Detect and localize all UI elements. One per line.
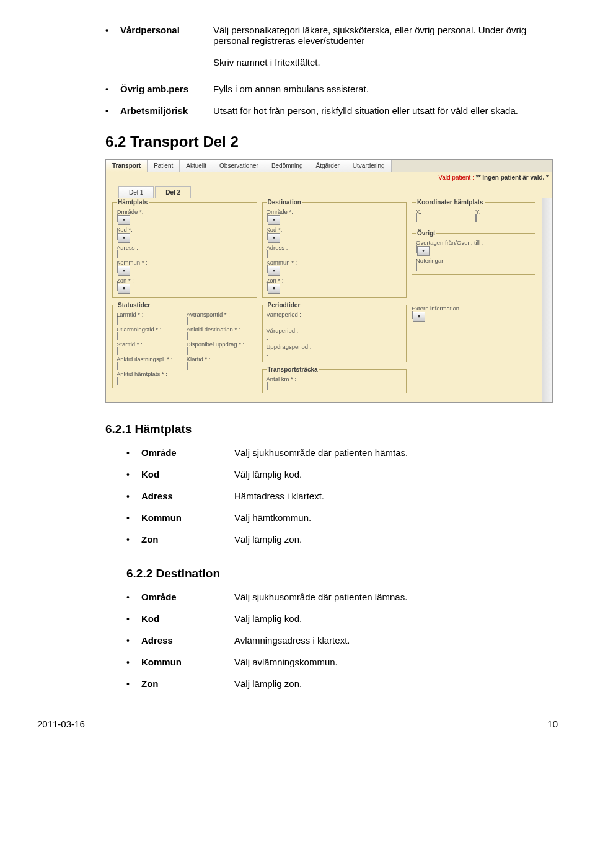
tab-aktuellt[interactable]: Aktuellt bbox=[180, 160, 213, 172]
tab-observationer[interactable]: Observationer bbox=[213, 160, 265, 172]
subtab-del1[interactable]: Del 1 bbox=[118, 186, 154, 198]
main-tabbar: Transport Patient Aktuellt Observationer… bbox=[106, 160, 552, 172]
group-periodtider: Periodtider Vänteperiod : - Vårdperiod :… bbox=[262, 302, 407, 362]
legend-periodtider: Periodtider bbox=[267, 302, 302, 309]
bullet-arbetsmiljorisk: Arbetsmiljörisk Utsatt för hot från pers… bbox=[105, 105, 558, 116]
section-ovrig: Övrig amb.pers Fylls i om annan ambulans… bbox=[105, 84, 558, 116]
bullet-ovrig-amb: Övrig amb.pers Fylls i om annan ambulans… bbox=[105, 84, 558, 94]
section-vardpersonal: Vårdpersonal Välj personalkategori läkar… bbox=[105, 25, 558, 46]
lbl-adress: Adress : bbox=[117, 244, 253, 251]
legend-transportstracka: Transportsträcka bbox=[267, 366, 319, 373]
footer-page: 10 bbox=[547, 719, 558, 729]
group-statustider: Statustider Larmtid * : Avtransporttid *… bbox=[112, 302, 257, 388]
group-transportstracka: Transportsträcka Antal km * : bbox=[262, 366, 407, 393]
dd-zon[interactable]: ▾ bbox=[118, 284, 130, 294]
footer-date: 2011-03-16 bbox=[37, 719, 85, 729]
tab-bedomning[interactable]: Bedömning bbox=[265, 160, 310, 172]
bullet-icon bbox=[126, 678, 141, 689]
inp-x[interactable] bbox=[416, 214, 417, 222]
lbl-zon: Zon * : bbox=[117, 277, 253, 284]
inp-noter[interactable] bbox=[416, 263, 417, 271]
term-desc: Fylls i om annan ambulans assisterat. bbox=[213, 84, 558, 94]
bullet-vardpersonal: Vårdpersonal Välj personalkategori läkar… bbox=[105, 25, 558, 46]
tab-utvardering[interactable]: Utvärdering bbox=[346, 160, 392, 172]
inp-anktidh[interactable] bbox=[117, 377, 118, 385]
group-koordinater: Koordinater hämtplats X: Y: bbox=[412, 199, 536, 226]
lbl-extern: Extern information bbox=[412, 305, 536, 312]
term-label: Vårdpersonal bbox=[120, 25, 213, 35]
bullet-icon bbox=[126, 469, 141, 480]
lbl-kommun: Kommun * : bbox=[117, 259, 253, 266]
bullet-icon bbox=[126, 534, 141, 545]
list-6-2-1: OmrådeVälj sjukhusområde där patienten h… bbox=[126, 447, 558, 545]
group-hamtplats: Hämtplats Område *: ▾ Kod *: ▾ Adress : … bbox=[112, 199, 257, 298]
tab-atgarder[interactable]: Åtgärder bbox=[309, 160, 346, 172]
bullet-icon bbox=[105, 25, 120, 35]
status-label: Vald patient : bbox=[438, 174, 474, 181]
app-screenshot: Transport Patient Aktuellt Observationer… bbox=[105, 159, 553, 403]
group-ovrigt: Övrigt Övertagen från/Överl. till : ▾ No… bbox=[412, 230, 536, 275]
heading-6-2: 6.2 Transport Del 2 bbox=[105, 133, 558, 151]
status-value: ** Ingen patient är vald. * bbox=[476, 174, 549, 181]
term-desc: Välj personalkategori läkare, sjuksköter… bbox=[213, 25, 558, 46]
status-strip: Vald patient : ** Ingen patient är vald.… bbox=[106, 172, 552, 183]
heading-6-2-2: 6.2.2 Destination bbox=[126, 567, 558, 581]
legend-hamtplats: Hämtplats bbox=[117, 199, 149, 206]
subtab-del2[interactable]: Del 2 bbox=[155, 186, 191, 198]
bullet-icon bbox=[126, 635, 141, 646]
inp-antalkm[interactable] bbox=[267, 382, 268, 390]
heading-6-2-1: 6.2.1 Hämtplats bbox=[105, 423, 558, 436]
legend-koord: Koordinater hämtplats bbox=[416, 199, 485, 206]
freetext-note: Skriv namnet i fritextfältet. bbox=[213, 57, 558, 68]
term-label: Övrig amb.pers bbox=[120, 84, 213, 94]
group-destination: Destination Område *: ▾ Kod *: ▾ Adress … bbox=[262, 199, 407, 298]
bullet-icon bbox=[126, 613, 141, 624]
list-6-2-2: OmrådeVälj sjukhusområde där patienten l… bbox=[126, 592, 558, 689]
tab-transport[interactable]: Transport bbox=[106, 160, 148, 172]
dd-kod[interactable]: ▾ bbox=[118, 233, 130, 243]
sub-tabbar: Del 1 Del 2 bbox=[106, 183, 552, 198]
term-label: Arbetsmiljörisk bbox=[120, 105, 213, 116]
page-footer: 2011-03-16 10 bbox=[37, 719, 558, 729]
bullet-icon bbox=[126, 592, 141, 602]
dd-omrade[interactable]: ▾ bbox=[118, 215, 130, 225]
legend-ovrigt: Övrigt bbox=[416, 230, 436, 237]
bullet-icon bbox=[126, 657, 141, 667]
inp-d-adress[interactable] bbox=[267, 250, 268, 258]
lbl-kod: Kod *: bbox=[117, 226, 253, 233]
dd-kommun[interactable]: ▾ bbox=[118, 266, 130, 276]
tab-patient[interactable]: Patient bbox=[148, 160, 180, 172]
lbl-omrade: Område *: bbox=[117, 208, 253, 215]
bullet-icon bbox=[126, 491, 141, 501]
bullet-icon bbox=[105, 84, 120, 94]
bullet-icon bbox=[126, 512, 141, 523]
term-desc: Utsatt för hot från person, riskfylld si… bbox=[213, 105, 558, 116]
inp-y[interactable] bbox=[475, 214, 477, 222]
legend-destination: Destination bbox=[267, 199, 302, 206]
legend-statustider: Statustider bbox=[117, 302, 151, 309]
bullet-icon bbox=[105, 105, 120, 116]
inp-adress[interactable] bbox=[117, 250, 118, 258]
vertical-scrollbar[interactable] bbox=[542, 198, 552, 402]
bullet-icon bbox=[126, 447, 141, 458]
